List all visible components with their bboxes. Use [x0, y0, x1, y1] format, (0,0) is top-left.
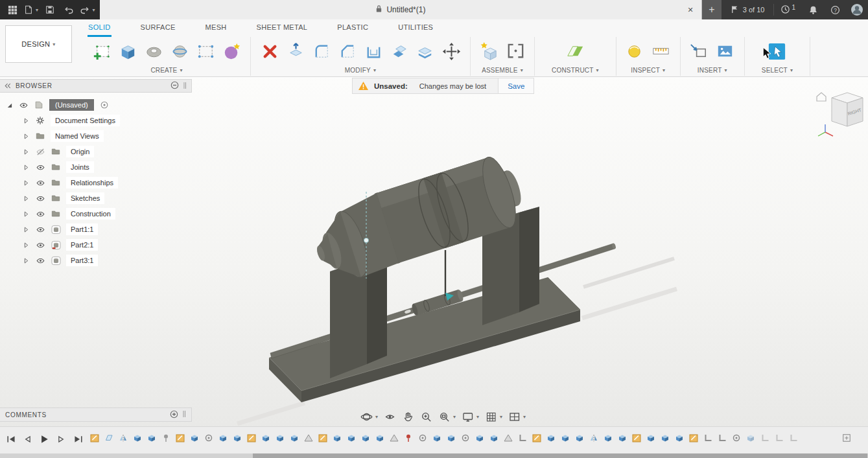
expand-chevron-icon[interactable]	[22, 196, 30, 201]
panel-label-assemble[interactable]: ASSEMBLE	[482, 65, 523, 74]
ribbon-tab-surface[interactable]: SURFACE	[140, 19, 176, 37]
eye-icon[interactable]	[35, 225, 45, 235]
comments-bar[interactable]: COMMENTS	[0, 407, 192, 422]
eye-icon[interactable]	[35, 256, 45, 266]
browser-root-label[interactable]: (Unsaved)	[49, 99, 94, 111]
timeline-feature-corner-icon[interactable]	[703, 433, 713, 443]
browser-item-part3-1[interactable]: Part3:1	[0, 253, 192, 268]
timeline-feature-extrude-icon[interactable]	[745, 433, 756, 443]
timeline-feature-extrude-icon[interactable]	[560, 433, 570, 443]
collapse-tree-icon[interactable]	[170, 81, 179, 91]
timeline-feature-sketch-icon[interactable]	[532, 433, 542, 443]
save-button[interactable]: Save	[498, 78, 534, 93]
panel-label-construct[interactable]: CONSTRUCT	[552, 65, 599, 74]
timeline-feature-triangle-icon[interactable]	[503, 433, 513, 443]
delete-icon[interactable]	[257, 39, 282, 63]
timeline-feature-extrude-icon[interactable]	[360, 433, 371, 443]
grid-settings-button[interactable]	[482, 409, 505, 424]
timeline-feature-pin-icon[interactable]	[161, 433, 171, 443]
eye-icon[interactable]	[35, 209, 45, 219]
timeline-feature-extrude-icon[interactable]	[489, 433, 499, 443]
browser-item-sketches[interactable]: Sketches	[0, 190, 192, 206]
browser-item-relationships[interactable]: Relationships	[0, 175, 192, 190]
browser-item-label[interactable]: Named Views	[51, 130, 104, 142]
expand-chevron-icon[interactable]	[22, 211, 30, 217]
pan-button[interactable]	[399, 409, 417, 424]
measure-icon[interactable]	[623, 39, 648, 63]
timeline-feature-extrude-icon[interactable]	[332, 433, 342, 443]
browser-item-label[interactable]: Part1:1	[66, 223, 98, 235]
timeline-feature-extrude-icon[interactable]	[132, 433, 143, 443]
workspace-selector[interactable]: DESIGN	[5, 25, 72, 63]
fit-button[interactable]	[436, 409, 458, 424]
create-form-icon[interactable]	[219, 39, 244, 63]
notifications-bell-icon[interactable]	[802, 0, 824, 19]
display-settings-button[interactable]	[459, 409, 482, 424]
timeline-feature-sketch-icon[interactable]	[631, 433, 642, 443]
browser-item-construction[interactable]: Construction	[0, 206, 192, 222]
timeline-feature-sketch-icon[interactable]	[318, 433, 328, 443]
browser-root-item[interactable]: (Unsaved)	[0, 97, 192, 113]
timeline-feature-extrude-icon[interactable]	[261, 433, 271, 443]
timeline-options-icon[interactable]	[842, 433, 851, 442]
revolve-icon[interactable]	[141, 39, 166, 63]
browser-item-part2-1[interactable]: Part2:1	[0, 237, 192, 253]
sweep-icon[interactable]	[167, 39, 192, 63]
undo-icon[interactable]	[60, 0, 77, 19]
panel-label-insert[interactable]: INSERT	[698, 65, 727, 74]
browser-item-part1-1[interactable]: Part1:1	[0, 222, 192, 237]
eye-icon[interactable]	[35, 163, 45, 172]
orbit-button[interactable]	[358, 409, 381, 424]
timeline-feature-triangle-icon[interactable]	[303, 433, 314, 443]
timeline-feature-sketch-icon[interactable]	[246, 433, 257, 443]
browser-item-document-settings[interactable]: Document Settings	[0, 113, 192, 128]
fillet-icon[interactable]	[309, 39, 334, 63]
timeline-feature-extrude-icon[interactable]	[646, 433, 656, 443]
timeline-feature-mirror-icon[interactable]	[589, 433, 599, 443]
offset-face-icon[interactable]	[387, 39, 412, 63]
timeline-feature-extrude-icon[interactable]	[232, 433, 242, 443]
construction-plane-icon[interactable]	[563, 39, 587, 63]
chamfer-icon[interactable]	[335, 39, 360, 63]
timeline-feature-extrude-icon[interactable]	[375, 433, 385, 443]
press-pull-icon[interactable]	[283, 39, 308, 63]
timeline-feature-extrude-icon[interactable]	[189, 433, 200, 443]
browser-item-label[interactable]: Construction	[66, 208, 115, 220]
timeline-feature-extrude-icon[interactable]	[432, 433, 442, 443]
timeline-feature-extrude-icon[interactable]	[289, 433, 299, 443]
timeline-feature-mirror-icon[interactable]	[118, 433, 128, 443]
timeline-feature-extrude-icon[interactable]	[147, 433, 157, 443]
timeline-feature-corner-icon[interactable]	[517, 433, 528, 443]
new-document-tab-icon[interactable]	[702, 0, 721, 19]
comments-grip-icon[interactable]	[183, 410, 186, 419]
ribbon-tab-solid[interactable]: SOLID	[88, 19, 111, 37]
timeline-feature-joint-icon[interactable]	[204, 433, 214, 443]
expand-chevron-icon[interactable]	[22, 165, 30, 170]
home-icon[interactable]	[817, 93, 826, 101]
timeline-feature-sketch-icon[interactable]	[688, 433, 699, 443]
ribbon-tab-mesh[interactable]: MESH	[205, 19, 228, 37]
timeline-feature-extrude-icon[interactable]	[546, 433, 556, 443]
panel-label-select[interactable]: SELECT	[762, 65, 793, 74]
panel-label-inspect[interactable]: INSPECT	[631, 65, 665, 74]
ribbon-tab-utilities[interactable]: UTILITIES	[397, 19, 434, 37]
expand-chevron-icon[interactable]	[22, 227, 30, 233]
viewports-button[interactable]	[506, 409, 528, 424]
ribbon-tab-sheet-metal[interactable]: SHEET METAL	[256, 19, 309, 37]
expand-chevron-icon[interactable]	[22, 242, 30, 248]
close-tab-icon[interactable]	[688, 0, 694, 19]
browser-item-named-views[interactable]: Named Views	[0, 128, 192, 144]
timeline-feature-sketch-icon[interactable]	[89, 433, 100, 443]
view-cube[interactable]: RIGHT	[815, 84, 868, 143]
timeline-feature-joint-icon[interactable]	[731, 433, 742, 443]
joint-icon[interactable]	[503, 39, 528, 63]
browser-item-joints[interactable]: Joints	[0, 159, 192, 175]
browser-item-label[interactable]: Sketches	[66, 192, 104, 204]
eye-icon[interactable]	[18, 100, 29, 110]
expand-chevron-icon[interactable]	[22, 118, 30, 124]
expand-comments-icon[interactable]	[170, 410, 178, 420]
collapse-chevron-icon[interactable]	[5, 102, 13, 108]
user-avatar[interactable]	[846, 0, 868, 19]
timeline-feature-joint-icon[interactable]	[460, 433, 471, 443]
eye-hidden-icon[interactable]	[35, 147, 45, 157]
